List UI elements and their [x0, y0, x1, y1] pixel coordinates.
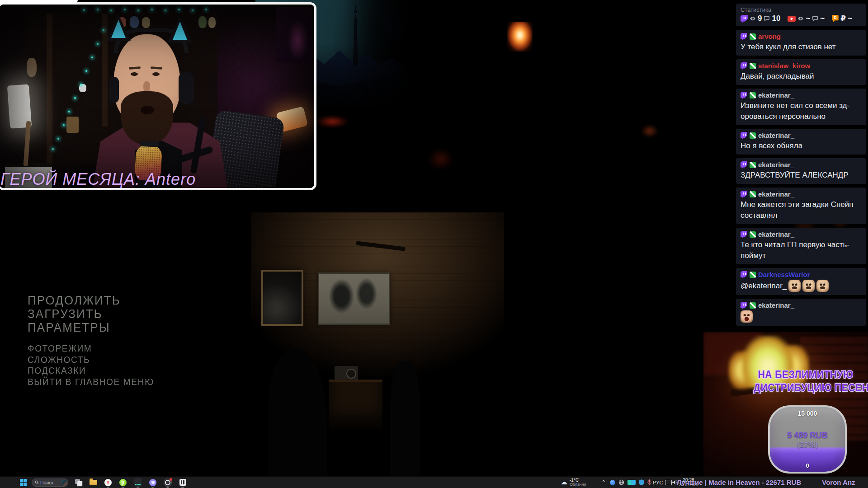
- stream-right-panel: НА БЕЗЛИМИТНУЮ ДИСТРИБУЦИЮ ПЕСЕН 15 000 …: [703, 0, 868, 488]
- chat-message: ekaterinar_ Мне кажется эти загадки Сней…: [736, 188, 866, 224]
- system-tray: [610, 477, 651, 488]
- ember-glow: [429, 149, 453, 169]
- language-indicator[interactable]: РУС: [653, 480, 663, 485]
- chat-username[interactable]: arvong: [758, 33, 781, 40]
- tray-app-icon[interactable]: [610, 480, 615, 485]
- sub-badge-icon: [750, 272, 756, 278]
- twitch-icon: [741, 161, 747, 169]
- menu-item-difficulty[interactable]: СЛОЖНОСТЬ: [28, 354, 154, 366]
- chat-message: ekaterinar_ Но я всех обняла: [736, 129, 866, 155]
- svg-text:D: D: [834, 15, 837, 20]
- task-view-icon[interactable]: [73, 477, 83, 488]
- game-pause-menu: ПРОДОЛЖИТЬ ЗАГРУЗИТЬ ПАРАМЕТРЫ ФОТОРЕЖИМ…: [28, 294, 160, 387]
- twitch-icon: [741, 302, 747, 309]
- search-input[interactable]: Поиск: [32, 479, 68, 487]
- chat-username[interactable]: ekaterinar_: [758, 301, 794, 309]
- wallet-app-icon[interactable]: [133, 477, 143, 488]
- picture-frame-small: [261, 270, 303, 326]
- menu-item-settings[interactable]: ПАРАМЕТРЫ: [28, 321, 154, 334]
- menu-item-load[interactable]: ЗАГРУЗИТЬ: [28, 307, 154, 321]
- chat-message: ekaterinar_: [736, 299, 866, 326]
- webcam-frame: ГЕРОЙ МЕСЯЦА: Antero: [0, 2, 316, 190]
- monitor-icon[interactable]: [665, 480, 672, 485]
- menu-item-hints[interactable]: ПОДСКАЗКИ: [28, 365, 154, 376]
- tray-chevron-icon[interactable]: ^: [602, 480, 605, 484]
- twitch-icon: [741, 132, 747, 139]
- search-placeholder: Поиск: [40, 480, 60, 485]
- chat-username[interactable]: ekaterinar_: [758, 230, 794, 238]
- stats-label: Статистика: [741, 6, 862, 13]
- goal-max-value: 15 000: [770, 410, 845, 417]
- menu-item-photomode[interactable]: ФОТОРЕЖИМ: [28, 343, 154, 354]
- chat-stats-box: Статистика 9 10 ~ ~: [736, 4, 866, 26]
- chat-username[interactable]: DarknessWarior: [758, 271, 810, 278]
- goal-title-line1: НА БЕЗЛИМИТНУЮ: [754, 368, 858, 381]
- chat-message-text: ЗДРАВСТВУЙТЕ АЛЕКСАНДР: [741, 170, 862, 181]
- vignette: [0, 5, 314, 188]
- menu-item-exit-to-main-menu[interactable]: ВЫЙТИ В ГЛАВНОЕ МЕНЮ: [28, 376, 154, 388]
- twitch-icon: [741, 62, 747, 70]
- goal-current-value: 5 489 RUB: [770, 431, 845, 440]
- chat-message: ekaterinar_ Извините нет сил со всеми зд…: [736, 89, 866, 125]
- sub-badge-icon: [750, 191, 756, 197]
- emote-streamer-cry[interactable]: [741, 310, 753, 323]
- chair-silhouette: [390, 361, 420, 477]
- search-icon: [35, 480, 39, 484]
- speech-bubble-icon: [764, 15, 770, 22]
- chat-username[interactable]: ekaterinar_: [758, 131, 794, 139]
- radio-dial: [346, 369, 356, 379]
- youtube-viewer-count: ~: [806, 14, 810, 23]
- emote-streamer-face[interactable]: [816, 280, 829, 292]
- chat-username[interactable]: ekaterinar_: [758, 161, 794, 169]
- paused-app-icon[interactable]: [178, 477, 188, 488]
- menu-item-continue[interactable]: ПРОДОЛЖИТЬ: [28, 294, 154, 307]
- youtube-chatter-count: ~: [820, 14, 825, 23]
- purple-app-icon[interactable]: [148, 477, 158, 488]
- chat-message-text: Извините нет сил со всеми зд-ороваться п…: [741, 100, 862, 122]
- network-globe-icon[interactable]: [618, 479, 624, 485]
- chat-username[interactable]: stanislaw_kirow: [758, 62, 810, 70]
- donation-ticker: Лучшие | Made in Heaven - 22671 RUB Voro…: [677, 479, 855, 486]
- tray-app-icon[interactable]: [627, 480, 636, 485]
- emote-streamer-face[interactable]: [802, 280, 815, 292]
- nightstand: [329, 380, 382, 429]
- weather-widget[interactable]: ☁ -1°C Облачно: [561, 478, 586, 487]
- utorrent-icon[interactable]: µ: [118, 477, 128, 488]
- windows-start-icon[interactable]: [20, 479, 27, 486]
- goal-title-line2: ДИСТРИБУЦИЮ ПЕСЕН: [754, 381, 858, 394]
- twitch-icon: [741, 231, 747, 238]
- ruble-sign: ₽: [840, 14, 846, 23]
- file-explorer-icon[interactable]: [88, 477, 98, 488]
- twitch-icon: [741, 92, 747, 99]
- sub-badge-icon: [750, 92, 756, 99]
- obs-icon[interactable]: [163, 477, 173, 488]
- chat-message: ekaterinar_ ЗДРАВСТВУЙТЕ АЛЕКСАНДР: [736, 158, 866, 184]
- microphone-icon[interactable]: [647, 479, 651, 485]
- sub-badge-icon: [750, 132, 756, 139]
- chat-username[interactable]: ekaterinar_: [758, 190, 794, 198]
- donation-amount: ~: [848, 14, 852, 23]
- sub-badge-icon: [750, 33, 756, 40]
- chat-message-text: Давай, раскладывай: [741, 71, 862, 82]
- security-shield-icon[interactable]: [639, 479, 644, 485]
- emote-streamer-face[interactable]: [788, 280, 801, 292]
- ember-glow: [641, 125, 658, 137]
- search-daily-image: [61, 479, 67, 486]
- sub-badge-icon: [750, 162, 756, 168]
- youtube-icon: [788, 16, 796, 22]
- weather-condition: Облачно: [570, 483, 586, 487]
- ticker-item: Лучшие | Made in Heaven - 22671 RUB: [677, 479, 801, 486]
- donation-goal-widget: 15 000 5 489 RUB (37%) 0: [768, 405, 847, 474]
- chat-message-text: У тебя кукл для стизов нет: [741, 42, 862, 52]
- stream-screen: ПРОДОЛЖИТЬ ЗАГРУЗИТЬ ПАРАМЕТРЫ ФОТОРЕЖИМ…: [0, 0, 868, 488]
- twitch-chatter-count: 10: [772, 14, 780, 23]
- yandex-browser-icon[interactable]: Y: [103, 477, 113, 488]
- radio: [335, 366, 358, 380]
- twitch-icon: [741, 271, 747, 278]
- chat-message-text: @ekaterinar_: [741, 282, 787, 290]
- sub-badge-icon: [750, 302, 756, 309]
- ticker-item: Voron Anz: [822, 479, 855, 486]
- cloud-icon: ☁: [561, 478, 567, 487]
- chat-username[interactable]: ekaterinar_: [758, 91, 794, 99]
- eye-icon: [750, 15, 756, 22]
